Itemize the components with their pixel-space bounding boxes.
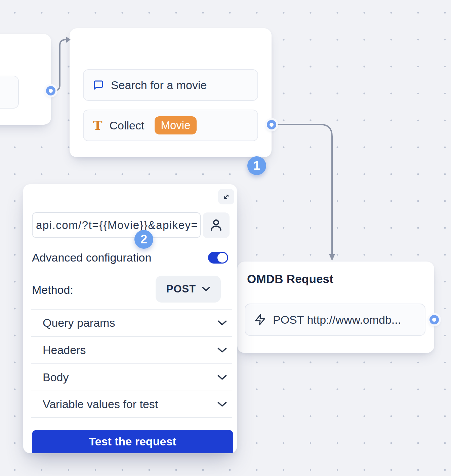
section-label: Variable values for test [43, 398, 158, 411]
chevron-down-icon [202, 287, 210, 291]
chevron-down-icon [217, 348, 227, 353]
section-label: Body [43, 371, 69, 384]
output-port-movie-search[interactable] [267, 120, 276, 129]
output-port-left-node[interactable] [46, 86, 55, 95]
section-label: Headers [43, 344, 86, 357]
toggle-knob [217, 253, 227, 263]
partial-node-card[interactable] [0, 34, 51, 125]
advanced-configuration-label: Advanced configuration [32, 251, 151, 264]
method-value: POST [166, 283, 196, 295]
section-label: Query params [43, 316, 115, 329]
variable-insert-button[interactable] [203, 212, 230, 238]
zap-icon [254, 314, 266, 326]
webhook-config-panel: api.com/?t={{Movie}}&apikey= 2 Advanced … [23, 184, 237, 453]
edge-movie-to-omdb [276, 124, 332, 254]
section-variable-values[interactable]: Variable values for test [31, 391, 232, 418]
item-label: POST http://www.omdb... [273, 313, 401, 326]
omdb-request-node[interactable]: OMDB Request POST http://www.omdb... [237, 262, 434, 353]
node-item-webhook-request[interactable]: POST http://www.omdb... [245, 304, 425, 336]
edge-omdb-arrowhead [329, 254, 335, 261]
chevron-down-icon [217, 375, 227, 380]
section-query-params[interactable]: Query params [31, 309, 232, 336]
collapsible-sections: Query params Headers Body Variable value… [31, 309, 232, 418]
movie-search-node[interactable]: Movie search Search for a movie T Collec… [70, 28, 272, 157]
node-item-collect-variable[interactable]: T Collect Movie [83, 110, 258, 141]
chevron-down-icon [217, 402, 227, 407]
person-icon [208, 217, 224, 233]
url-input[interactable]: api.com/?t={{Movie}}&apikey= [32, 212, 201, 238]
chat-bubble-icon [93, 80, 104, 90]
item-label: Collect [110, 119, 145, 132]
expand-icon [222, 193, 231, 201]
node-title: OMDB Request [247, 272, 333, 286]
partial-node-item[interactable] [0, 76, 19, 109]
method-row: Method: POST [32, 276, 228, 304]
output-port-omdb[interactable] [429, 315, 439, 324]
variable-chip: Movie [155, 116, 196, 134]
item-label: Search for a movie [111, 79, 207, 92]
edge-left-to-movie [51, 40, 66, 91]
chevron-down-icon [217, 320, 227, 326]
advanced-configuration-toggle[interactable] [208, 252, 228, 264]
test-request-button[interactable]: Test the request [32, 430, 233, 453]
text-input-icon: T [93, 119, 102, 132]
expand-button[interactable] [218, 189, 234, 204]
node-item-search-message[interactable]: Search for a movie [83, 69, 258, 101]
method-dropdown[interactable]: POST [156, 276, 221, 303]
section-body[interactable]: Body [31, 363, 232, 391]
step-badge-1: 1 [247, 156, 266, 175]
step-badge-2: 2 [134, 230, 153, 249]
flow-canvas[interactable]: Movie search Search for a movie T Collec… [0, 0, 451, 476]
method-label: Method: [32, 283, 73, 296]
advanced-configuration-row: Advanced configuration [32, 251, 228, 264]
section-headers[interactable]: Headers [31, 336, 232, 363]
